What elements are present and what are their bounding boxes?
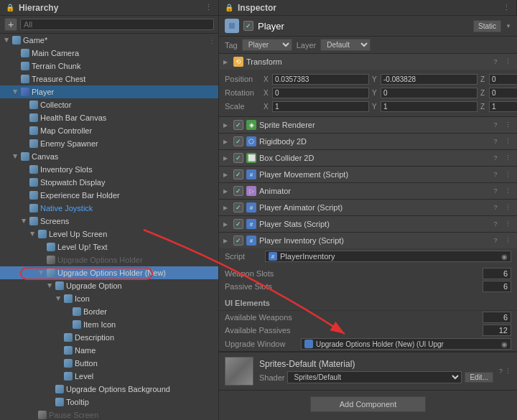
hierarchy-add-button[interactable]: + [4,18,17,31]
tree-item-inventory-slots[interactable]: ▶ Inventory Slots [0,163,218,176]
tree-item-tooltip[interactable]: ▶ Tooltip [0,396,218,409]
layer-select[interactable]: Default [320,39,371,51]
transform-help[interactable]: ? [490,58,500,65]
object-active-checkbox[interactable] [243,21,253,31]
material-edit-button[interactable]: Edit... [465,372,493,383]
expand-upgrade-options-new[interactable]: ▶ [37,269,46,277]
animator-checkbox[interactable] [233,186,243,196]
tree-item-game[interactable]: ▶ Game* ⋮ [0,34,218,47]
player-inventory-expand[interactable]: ▶ [223,238,230,244]
rot-y-input[interactable] [381,88,478,98]
tree-item-upgrade-option[interactable]: ▶ Upgrade Option [0,279,218,292]
tree-item-button[interactable]: ▶ Button [0,357,218,370]
player-stats-header[interactable]: ▶ # Player Stats (Script) ? ⋮ [219,216,517,232]
weapon-slots-input[interactable] [483,268,511,279]
add-component-button[interactable]: Add Component [310,396,427,412]
tree-item-upgrade-options-holder-new[interactable]: ▶ Upgrade Options Holder (New) [0,266,218,279]
tree-item-description[interactable]: ▶ Description [0,331,218,344]
player-animator-expand[interactable]: ▶ [223,205,230,211]
rot-z-input[interactable] [489,88,517,98]
tree-item-icon[interactable]: ▶ Icon [0,292,218,305]
player-movement-menu[interactable]: ⋮ [503,171,513,178]
scale-z-input[interactable] [489,101,517,112]
tree-item-treasure-chest[interactable]: ▶ Treasure Chest [0,73,218,85]
pos-z-input[interactable] [489,74,517,85]
static-button[interactable]: Static [473,20,501,32]
tree-item-upgrade-options-bg[interactable]: ▶ Upgrade Options Background [0,383,218,396]
tree-item-upgrade-options-holder[interactable]: ▶ Upgrade Options Holder [0,253,218,266]
rigidbody2d-help[interactable]: ? [490,138,500,145]
transform-menu[interactable]: ⋮ [503,58,513,65]
tree-item-screens[interactable]: ▶ Screens [0,215,218,228]
tree-item-border[interactable]: ▶ Border [0,305,218,318]
expand-upgrade-option[interactable]: ▶ [46,281,55,290]
tree-item-experience-bar-holder[interactable]: ▶ Experience Bar Holder [0,189,218,202]
tree-item-canvas[interactable]: ▶ Canvas [0,150,218,163]
player-stats-help[interactable]: ? [490,220,500,228]
rigidbody2d-header[interactable]: ▶ ⬡ Rigidbody 2D ? ⋮ [219,134,517,149]
scale-x-input[interactable] [272,101,369,112]
tree-item-terrain-chunk[interactable]: ▶ Terrain Chunk [0,60,218,73]
pos-x-input[interactable] [272,74,369,85]
player-inventory-checkbox[interactable] [233,235,243,246]
expand-player[interactable]: ▶ [11,88,20,96]
tree-item-name[interactable]: ▶ Name [0,344,218,357]
game-more[interactable]: ⋮ [208,37,218,45]
player-animator-header[interactable]: ▶ # Player Animator (Script) ? ⋮ [219,200,517,215]
pos-y-input[interactable] [381,74,478,85]
material-shader-select[interactable]: Sprites/Default [287,371,462,383]
box-collider2d-expand[interactable]: ▶ [223,155,230,162]
material-help[interactable]: ? [499,368,503,375]
rigidbody2d-expand[interactable]: ▶ [223,139,230,145]
expand-icon[interactable]: ▶ [55,294,63,303]
animator-menu[interactable]: ⋮ [503,187,513,195]
tree-item-item-icon[interactable]: ▶ Item Icon [0,318,218,331]
player-stats-checkbox[interactable] [233,219,243,229]
tag-select[interactable]: Player [242,39,292,51]
player-inventory-menu[interactable]: ⋮ [503,237,513,244]
expand-screens[interactable]: ▶ [20,217,29,225]
tree-item-native-joystick[interactable]: ▶ Native Joystick [0,202,218,215]
box-collider2d-menu[interactable]: ⋮ [503,154,513,162]
transform-header[interactable]: ▶ ⟲ Transform ? ⋮ [219,54,517,70]
player-movement-help[interactable]: ? [490,171,500,178]
box-collider2d-help[interactable]: ? [490,154,500,162]
sprite-renderer-checkbox[interactable] [233,120,243,130]
tree-item-map-controller[interactable]: ▶ Map Controller [0,124,218,137]
sprite-renderer-menu[interactable]: ⋮ [503,121,513,129]
transform-expand[interactable]: ▶ [223,59,230,65]
sprite-renderer-expand[interactable]: ▶ [223,122,230,129]
player-movement-checkbox[interactable] [233,169,243,179]
player-movement-header[interactable]: ▶ # Player Movement (Script) ? ⋮ [219,167,517,182]
tree-item-enemy-spawner[interactable]: ▶ Enemy Spawner [0,137,218,150]
scale-y-input[interactable] [381,101,478,112]
inspector-more-icon[interactable]: ⋮ [503,3,511,12]
rigidbody2d-menu[interactable]: ⋮ [503,138,513,145]
object-name-input[interactable] [258,21,469,32]
expand-game[interactable]: ▶ [3,36,11,45]
player-inventory-help[interactable]: ? [490,237,500,244]
rot-x-input[interactable] [272,88,369,98]
box-collider2d-checkbox[interactable] [233,153,243,163]
tree-item-level[interactable]: ▶ Level [0,370,218,383]
player-stats-expand[interactable]: ▶ [223,221,230,228]
script-select-button[interactable]: ◉ [501,253,508,261]
tree-item-player[interactable]: ▶ Player [0,85,218,98]
tree-item-pause-screen[interactable]: ▶ Pause Screen [0,409,218,420]
animator-help[interactable]: ? [490,187,500,195]
tree-item-stopwatch-display[interactable]: ▶ Stopwatch Display [0,176,218,189]
passive-slots-input[interactable] [483,281,511,292]
player-inventory-header[interactable]: ▶ # Player Inventory (Script) ? ⋮ [219,233,517,248]
sprite-renderer-help[interactable]: ? [490,121,500,129]
material-menu[interactable]: ⋮ [505,368,511,375]
player-animator-checkbox[interactable] [233,202,243,213]
player-stats-menu[interactable]: ⋮ [503,220,513,228]
expand-canvas[interactable]: ▶ [11,152,20,161]
static-dropdown-arrow[interactable]: ▼ [506,23,511,29]
tree-item-main-camera[interactable]: ▶ Main Camera [0,47,218,60]
available-weapons-input[interactable] [483,312,511,323]
hierarchy-search-input[interactable] [20,19,214,30]
player-movement-expand[interactable]: ▶ [223,172,230,178]
box-collider2d-header[interactable]: ▶ ⬜ Box Collider 2D ? ⋮ [219,150,517,166]
player-animator-menu[interactable]: ⋮ [503,204,513,211]
